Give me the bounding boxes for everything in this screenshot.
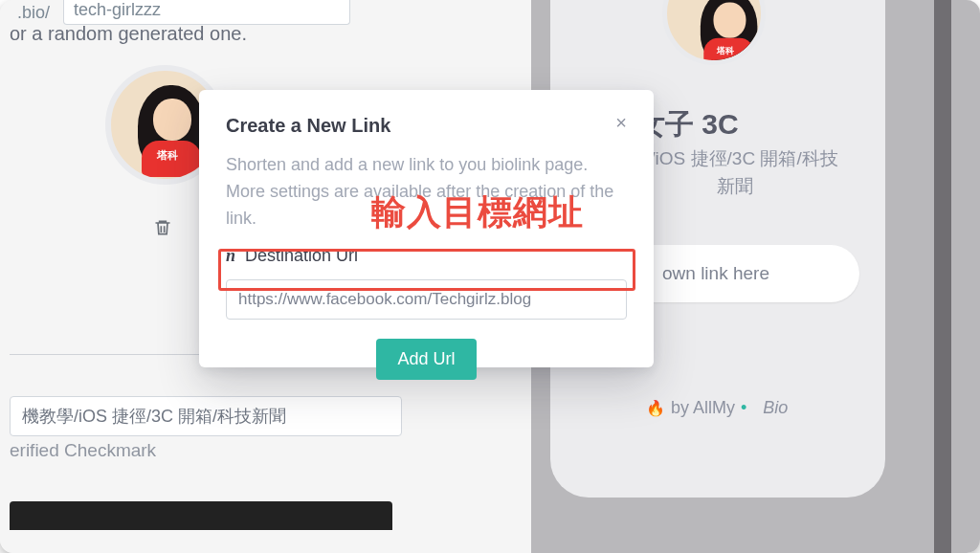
- create-link-modal: Create a New Link × Shorten and add a ne…: [199, 90, 654, 367]
- dark-strip: [10, 501, 392, 530]
- link-icon: n: [226, 246, 235, 266]
- destination-url-label-row: n Destination Url: [226, 246, 627, 266]
- add-url-button[interactable]: Add Url: [376, 339, 476, 380]
- modal-description: Shorten and add a new link to you biolin…: [226, 152, 627, 232]
- modal-title: Create a New Link: [226, 115, 627, 137]
- app-frame: .bio/ tech-girlzzz or a random generated…: [0, 0, 980, 553]
- close-icon[interactable]: ×: [610, 111, 633, 134]
- destination-url-input[interactable]: [226, 279, 627, 320]
- trash-icon[interactable]: [153, 218, 172, 237]
- biolink-username-input[interactable]: tech-girlzzz: [63, 0, 350, 25]
- random-username-note: or a random generated one.: [10, 23, 247, 45]
- preview-phone-rail: [934, 0, 951, 553]
- destination-url-label: Destination Url: [245, 246, 358, 266]
- preview-credit: 🔥 by AllMy• Bio: [646, 398, 857, 418]
- verified-checkmark-label: erified Checkmark: [10, 440, 156, 461]
- biolink-url-row: .bio/ tech-girlzzz: [10, 0, 350, 25]
- fire-icon: 🔥: [646, 399, 665, 417]
- tagline-input[interactable]: 機教學/iOS 捷徑/3C 開箱/科技新聞: [10, 396, 402, 436]
- biolink-domain-prefix: .bio/: [10, 1, 57, 25]
